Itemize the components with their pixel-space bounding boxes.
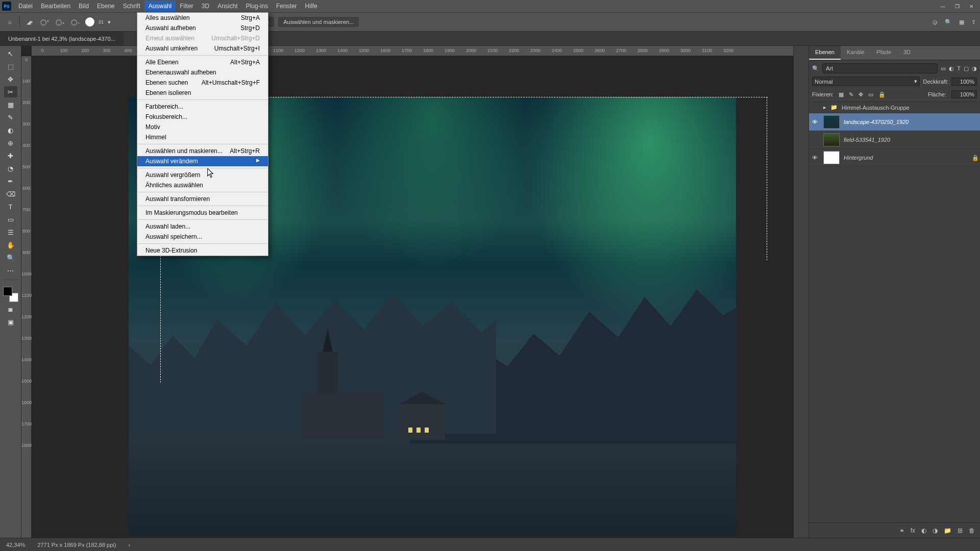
share-icon[interactable]: ⇪: [971, 19, 976, 26]
menu-filter[interactable]: Filter: [176, 1, 198, 12]
lock-artboard-icon[interactable]: ▭: [868, 91, 873, 98]
home-icon[interactable]: ⌂: [4, 16, 15, 28]
menu-ansicht[interactable]: Ansicht: [213, 1, 241, 12]
tool-4[interactable]: ▦: [4, 99, 17, 110]
zoom-level[interactable]: 42,34%: [6, 542, 25, 548]
panel-tab-kanäle[interactable]: Kanäle: [841, 46, 870, 60]
menu-hilfe[interactable]: Hilfe: [301, 1, 322, 12]
mask-icon[interactable]: ◐: [921, 527, 926, 534]
menu-datei[interactable]: Datei: [14, 1, 37, 12]
chevron-right-icon[interactable]: ›: [128, 542, 130, 548]
new-layer-icon[interactable]: ⊞: [958, 527, 963, 534]
menu-bearbeiten[interactable]: Bearbeiten: [37, 1, 75, 12]
tool-7[interactable]: ⊕: [4, 137, 17, 148]
search-icon[interactable]: 🔍: [945, 19, 952, 26]
menu-3d[interactable]: 3D: [198, 1, 213, 12]
visibility-icon[interactable]: 👁: [810, 119, 819, 125]
tool-17[interactable]: ⋯: [4, 265, 17, 276]
dropdown-icon[interactable]: ▾: [108, 19, 111, 26]
menu-fenster[interactable]: Fenster: [272, 1, 301, 12]
tool-3[interactable]: ✂: [4, 86, 17, 97]
menu-item[interactable]: Im Maskierungsmodus bearbeiten: [137, 208, 268, 218]
layer-search-input[interactable]: Art: [822, 63, 938, 73]
menu-item[interactable]: Auswählen und maskieren...Alt+Strg+R: [137, 146, 268, 156]
tool-10[interactable]: ✒: [4, 176, 17, 187]
tool-preset-icon[interactable]: ◢▾: [24, 16, 35, 28]
menu-item[interactable]: Auswahl aufhebenStrg+D: [137, 23, 268, 33]
menu-item[interactable]: Neue 3D-Extrusion: [137, 245, 268, 256]
lock-position-icon[interactable]: ✥: [859, 91, 863, 98]
tool-16[interactable]: 🔍: [4, 252, 17, 263]
lock-pixels-icon[interactable]: ✎: [849, 91, 853, 98]
window-close[interactable]: ✕: [965, 1, 978, 11]
delete-layer-icon[interactable]: 🗑: [969, 527, 975, 534]
layer-thumbnail[interactable]: [823, 115, 840, 129]
group-icon[interactable]: 📁: [944, 527, 951, 534]
menu-item[interactable]: Himmel: [137, 132, 268, 142]
menu-item[interactable]: Auswahl verändern▶: [137, 156, 268, 166]
layer-name[interactable]: Hintergrund: [844, 155, 968, 161]
visibility-icon[interactable]: 👁: [810, 155, 819, 161]
layer-row[interactable]: 👁landscape-4370250_1920: [809, 113, 980, 131]
filter-smart-icon[interactable]: ◑: [972, 65, 977, 72]
document-tab[interactable]: Unbenannt-1 bei 42,3% (landscape-4370...: [0, 32, 124, 45]
cloud-icon[interactable]: ◶: [933, 19, 938, 26]
menu-item[interactable]: Farbbereich...: [137, 102, 268, 112]
lock-icon[interactable]: 🔒: [878, 91, 886, 98]
fg-bg-swatches[interactable]: [3, 287, 18, 302]
quickmask-icon[interactable]: ◙: [4, 304, 17, 315]
menu-item[interactable]: Ebenenauswahl aufheben: [137, 67, 268, 78]
layer-name[interactable]: landscape-4370250_1920: [844, 119, 979, 125]
tool-5[interactable]: ✎: [4, 112, 17, 123]
filter-shape-icon[interactable]: ▢: [964, 65, 969, 72]
quick-select-new-icon[interactable]: ◯⁺: [39, 16, 51, 28]
chevron-right-icon[interactable]: ▸: [823, 104, 826, 111]
tool-8[interactable]: ✚: [4, 150, 17, 161]
brush-swatch[interactable]: [85, 17, 94, 27]
tool-1[interactable]: ⬚: [4, 61, 17, 72]
tool-11[interactable]: ⌫: [4, 188, 17, 199]
lock-all-icon[interactable]: ▦: [839, 91, 844, 98]
workspace-icon[interactable]: ▦: [959, 19, 964, 26]
menu-item[interactable]: Ebenen isolieren: [137, 88, 268, 98]
document-info[interactable]: 2771 Px x 1869 Px (182,88 ppi): [37, 542, 116, 548]
panel-tab-ebenen[interactable]: Ebenen: [809, 46, 841, 60]
window-minimize[interactable]: —: [936, 1, 949, 11]
blend-mode-select[interactable]: Normal▾: [812, 77, 920, 86]
tool-2[interactable]: ✥: [4, 73, 17, 85]
menu-plug-ins[interactable]: Plug-ins: [242, 1, 272, 12]
tool-12[interactable]: T: [4, 201, 17, 212]
menu-item[interactable]: Fokusbereich...: [137, 112, 268, 122]
opacity-input[interactable]: 100%: [951, 78, 977, 86]
quick-select-sub-icon[interactable]: ◯₋: [70, 16, 81, 28]
panel-tab-3d[interactable]: 3D: [897, 46, 917, 60]
layer-thumbnail[interactable]: [823, 133, 840, 146]
layer-row[interactable]: ▸📁Himmel-Austausch-Gruppe: [809, 102, 980, 113]
layer-name[interactable]: Himmel-Austausch-Gruppe: [842, 105, 979, 111]
tool-0[interactable]: ↖: [4, 48, 17, 59]
collapsed-panels[interactable]: [793, 46, 808, 538]
layer-name[interactable]: field-533541_1920: [844, 137, 979, 143]
panel-tab-pfade[interactable]: Pfade: [870, 46, 897, 60]
tool-6[interactable]: ◐: [4, 124, 17, 136]
tool-9[interactable]: ◔: [4, 163, 17, 174]
link-layers-icon[interactable]: ⚭: [899, 527, 904, 534]
menu-item[interactable]: Motiv: [137, 122, 268, 132]
menu-item[interactable]: Auswahl transformieren: [137, 194, 268, 204]
filter-pixel-icon[interactable]: ▭: [941, 65, 946, 72]
menu-bild[interactable]: Bild: [75, 1, 93, 12]
tool-13[interactable]: ▭: [4, 214, 17, 225]
window-maximize[interactable]: ❐: [950, 1, 964, 11]
tool-14[interactable]: ☰: [4, 227, 17, 238]
menu-item[interactable]: Auswahl speichern...: [137, 232, 268, 242]
filter-type-icon[interactable]: T: [957, 65, 961, 71]
quick-select-add-icon[interactable]: ◯₊: [55, 16, 66, 28]
layer-thumbnail[interactable]: [823, 151, 840, 164]
menu-item[interactable]: Ähnliches auswählen: [137, 180, 268, 190]
opt-button-2[interactable]: Auswählen und maskieren...: [278, 17, 359, 27]
filter-adjust-icon[interactable]: ◐: [949, 65, 954, 72]
menu-item[interactable]: Auswahl laden...: [137, 221, 268, 232]
menu-item[interactable]: Alles auswählenStrg+A: [137, 13, 268, 23]
menu-schrift[interactable]: Schrift: [119, 1, 144, 12]
menu-item[interactable]: Auswahl vergrößern: [137, 170, 268, 180]
